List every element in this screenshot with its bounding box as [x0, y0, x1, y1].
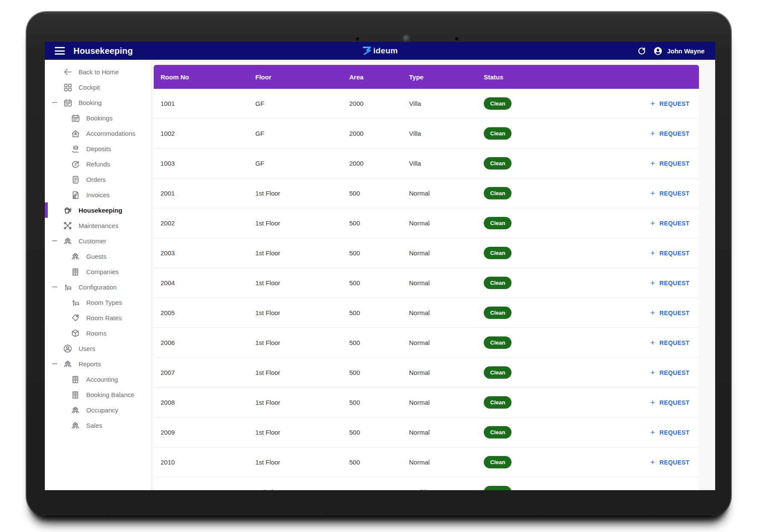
sidebar-item-label: Occupancy: [86, 406, 118, 414]
people-icon: [63, 359, 72, 368]
sidebar-item-cockpit[interactable]: Cockpit: [45, 79, 151, 95]
content-area: Back to HomeCockpitBookingBookingsAccomm…: [45, 60, 715, 490]
sidebar-item-room-rates[interactable]: Room Rates: [45, 310, 151, 325]
refund-icon: $: [70, 159, 80, 169]
person-icon: [63, 344, 72, 353]
request-button[interactable]: +REQUEST: [650, 129, 699, 137]
type-cell: Normal: [409, 219, 484, 227]
request-button[interactable]: +REQUEST: [650, 189, 699, 197]
room-no-cell: 3001: [161, 488, 255, 490]
sidebar-item-accounting[interactable]: Accounting: [45, 371, 151, 387]
collapse-minus-icon[interactable]: [52, 99, 58, 105]
sidebar-item-maintenances[interactable]: Maintenances: [45, 218, 151, 233]
area-cell: 500: [349, 459, 409, 466]
request-button[interactable]: +REQUEST: [650, 458, 699, 466]
sidebar-item-accommodations[interactable]: Accommodations: [45, 126, 151, 141]
sidebar-item-occupancy[interactable]: Occupancy: [45, 402, 151, 418]
building-icon: [70, 390, 80, 399]
sidebar-item-label: Configuration: [79, 284, 117, 291]
sidebar-item-customer[interactable]: Customer: [45, 233, 151, 248]
table-row: 20031st Floor500NormalClean+REQUEST: [154, 238, 699, 268]
table-header: Room NoFloorAreaTypeStatus: [154, 65, 699, 89]
sidebar-item-label: Companies: [86, 268, 119, 275]
request-button-label: REQUEST: [660, 130, 690, 137]
request-button[interactable]: +REQUEST: [650, 159, 699, 167]
request-button-label: REQUEST: [660, 220, 690, 227]
menu-icon[interactable]: [55, 47, 65, 55]
table-row: 20051st Floor500NormalClean+REQUEST: [154, 298, 699, 328]
sidebar-item-back-to-home[interactable]: Back to Home: [45, 64, 151, 79]
collapse-minus-icon[interactable]: [52, 284, 58, 290]
sidebar-item-guests[interactable]: Guests: [45, 248, 151, 264]
refresh-icon[interactable]: [637, 46, 646, 56]
sidebar-item-refunds[interactable]: $Refunds: [45, 156, 151, 172]
sidebar-item-booking[interactable]: Booking: [45, 95, 151, 110]
sidebar-item-booking-balance[interactable]: Booking Balance: [45, 387, 151, 402]
request-button[interactable]: +REQUEST: [650, 368, 699, 377]
sidebar-item-sales[interactable]: Sales: [45, 418, 151, 433]
area-cell: 500: [349, 219, 409, 227]
logo-text: ideum: [373, 46, 398, 56]
request-button[interactable]: +REQUEST: [650, 279, 699, 287]
area-cell: 500: [349, 249, 409, 257]
sidebar-item-users[interactable]: Users: [45, 341, 151, 356]
page-background: Housekeeping ideum: [0, 0, 760, 532]
sidebar-item-label: Bookings: [86, 114, 113, 122]
request-button[interactable]: +REQUEST: [650, 488, 699, 490]
user-name[interactable]: John Wayne: [667, 47, 704, 55]
sidebar-item-label: Deposits: [86, 145, 111, 152]
floor-cell: GF: [255, 130, 349, 137]
sidebar-item-housekeeping[interactable]: Housekeeping: [45, 202, 151, 218]
type-cell: Villa: [409, 130, 484, 137]
sidebar-item-label: Sales: [86, 422, 102, 429]
request-button[interactable]: +REQUEST: [650, 309, 699, 317]
request-button[interactable]: +REQUEST: [650, 249, 699, 257]
area-cell: 500: [349, 369, 409, 376]
floor-cell: 1st Floor: [255, 429, 349, 436]
collapse-minus-icon[interactable]: [52, 361, 58, 367]
sidebar-item-label: Refunds: [86, 161, 110, 168]
sidebar-item-bookings[interactable]: Bookings: [45, 110, 151, 126]
sidebar-item-reports[interactable]: Reports: [45, 356, 151, 371]
status-badge: Clean: [484, 366, 512, 379]
sidebar-item-companies[interactable]: Companies: [45, 264, 151, 279]
column-header-floor: Floor: [255, 73, 349, 81]
request-button-label: REQUEST: [660, 160, 690, 167]
room-no-cell: 2006: [161, 339, 255, 346]
camera-dot: [455, 37, 459, 41]
table-row: 20061st Floor500NormalClean+REQUEST: [154, 328, 699, 358]
plus-icon: +: [650, 339, 655, 347]
status-badge: Clean: [484, 486, 512, 490]
request-button[interactable]: +REQUEST: [650, 99, 699, 108]
main-panel: Room NoFloorAreaTypeStatus 1001GF2000Vil…: [152, 60, 715, 490]
sidebar-item-label: Accounting: [86, 376, 118, 383]
table-row: 20081st Floor500NormalClean+REQUEST: [154, 388, 699, 418]
sidebar-item-deposits[interactable]: Deposits: [45, 141, 151, 156]
room-no-cell: 2002: [161, 219, 255, 227]
sidebar-item-rooms[interactable]: Rooms: [45, 325, 151, 341]
table-row: 20011st Floor500NormalClean+REQUEST: [154, 178, 699, 208]
cube-icon: [70, 328, 80, 338]
request-button[interactable]: +REQUEST: [650, 398, 699, 406]
area-cell: 2000: [349, 160, 409, 167]
plus-icon: +: [650, 249, 655, 257]
room-no-cell: 2003: [161, 249, 255, 257]
account-icon[interactable]: [653, 46, 663, 56]
request-button-label: REQUEST: [660, 280, 690, 286]
collapse-minus-icon[interactable]: [52, 238, 58, 244]
sidebar-item-invoices[interactable]: $Invoices: [45, 187, 151, 202]
request-button[interactable]: +REQUEST: [650, 428, 699, 436]
sidebar-item-configuration[interactable]: Configuration: [45, 279, 151, 295]
request-button[interactable]: +REQUEST: [650, 339, 699, 347]
grid-icon: [63, 82, 72, 92]
sidebar-item-room-types[interactable]: Room Types: [45, 295, 151, 310]
request-button[interactable]: +REQUEST: [650, 219, 699, 227]
type-cell: Normal: [409, 429, 484, 436]
sidebar-item-orders[interactable]: Orders: [45, 172, 151, 187]
tablet-frame: Housekeeping ideum: [26, 12, 731, 516]
floor-cell: 1st Floor: [255, 190, 349, 197]
type-cell: Normal: [409, 190, 484, 197]
column-header-status: Status: [484, 73, 586, 81]
floor-cell: GF: [255, 160, 349, 167]
calendar-icon: [70, 113, 80, 123]
